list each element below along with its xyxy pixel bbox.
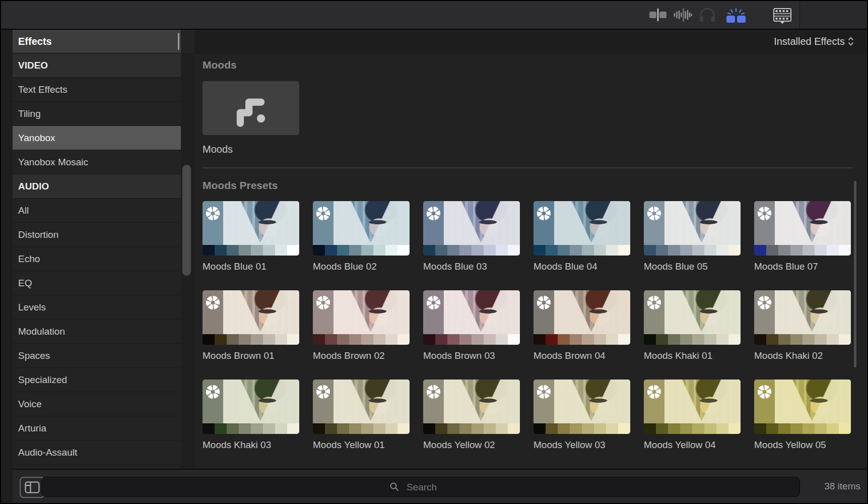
preset-tile-moods-yellow-03[interactable] (533, 380, 630, 434)
palette-swatch (803, 334, 815, 345)
aperture-icon (425, 383, 442, 401)
preset-tile-moods-khaki-02[interactable] (754, 290, 851, 345)
sidebar-item-specialized[interactable]: Specialized (13, 368, 181, 392)
moods-effect-tile[interactable] (203, 81, 299, 135)
palette-swatch (668, 245, 680, 256)
aperture-icon (204, 205, 222, 222)
palette-swatch (582, 334, 594, 345)
sidebar-item-modulation[interactable]: Modulation (13, 320, 181, 344)
preset-tile-moods-khaki-03[interactable] (203, 380, 299, 434)
palette-swatch (692, 334, 704, 345)
palette-swatch (459, 423, 472, 434)
sidebar-scrollbar-thumb[interactable] (182, 165, 191, 276)
preset-tile-moods-yellow-05[interactable] (754, 380, 851, 434)
aperture-icon (314, 205, 332, 222)
palette-swatch (754, 334, 766, 345)
palette-swatch (275, 245, 287, 256)
preset-tile-moods-brown-02[interactable] (313, 290, 410, 345)
preset-tile-moods-yellow-04[interactable] (644, 380, 741, 434)
palette-swatch (570, 245, 582, 256)
sidebar-item-label: Yanobox Mosaic (18, 157, 88, 168)
sidebar-item-voice[interactable]: Voice (13, 392, 181, 416)
palette-swatch (361, 245, 373, 256)
preset-tile-moods-blue-02[interactable] (313, 201, 410, 256)
sidebar-header: Effects (13, 30, 181, 53)
sidebar-item-video[interactable]: VIDEO (13, 53, 181, 78)
sidebar-item-spaces[interactable]: Spaces (13, 344, 181, 368)
sidebar-item-eq[interactable]: EQ (13, 271, 181, 295)
preset-label: Moods Brown 01 (203, 350, 308, 361)
search-field[interactable] (41, 477, 800, 497)
content-scrollbar-thumb[interactable] (854, 181, 856, 367)
preset-tile-moods-blue-05[interactable] (644, 201, 741, 256)
palette-swatch (656, 245, 668, 256)
sidebar-item-echo[interactable]: Echo (13, 247, 181, 271)
palette-swatch (778, 423, 790, 434)
preset-palette-strip (423, 245, 520, 256)
preset-photo-thumbnail (333, 290, 410, 334)
palette-swatch (275, 423, 287, 434)
palette-swatch (606, 245, 618, 256)
clip-skimmer-icon[interactable] (648, 8, 669, 22)
preset-label: Moods Yellow 04 (644, 439, 750, 451)
sidebar-item-tiling[interactable]: Tiling (13, 102, 181, 126)
sidebar-item-arturia[interactable]: Arturia (13, 416, 181, 440)
preset-tile-moods-blue-04[interactable] (533, 201, 630, 256)
preset-tile-moods-brown-03[interactable] (423, 290, 520, 345)
palette-swatch (337, 334, 349, 345)
aperture-icon (535, 294, 553, 311)
preset-palette-strip (644, 245, 741, 256)
search-input[interactable] (42, 477, 802, 497)
palette-swatch (287, 245, 299, 256)
headphones-icon[interactable] (699, 8, 716, 23)
pane-splitter-handle[interactable] (178, 33, 179, 50)
palette-swatch (203, 423, 215, 434)
audio-levels-icon[interactable] (673, 8, 692, 22)
palette-swatch (790, 334, 803, 345)
aperture-icon (645, 205, 663, 222)
preset-tile-moods-yellow-02[interactable] (423, 380, 520, 434)
preset-tile-moods-khaki-01[interactable] (644, 290, 741, 345)
sidebar-item-yanobox[interactable]: Yanobox (13, 126, 181, 150)
palette-swatch (754, 245, 766, 256)
preset-tile-moods-blue-03[interactable] (423, 201, 520, 256)
preset-color-bar (423, 201, 444, 245)
palette-swatch (803, 245, 815, 256)
preset-label: Moods Yellow 01 (313, 439, 419, 451)
preset-photo-thumbnail (554, 380, 630, 423)
preset-tile-moods-blue-07[interactable] (754, 201, 851, 256)
sidebar-item-label: VIDEO (18, 60, 48, 71)
sidebar-item-levels[interactable]: Levels (13, 295, 181, 320)
palette-swatch (447, 245, 459, 256)
sidebar-item-distortion[interactable]: Distortion (13, 223, 181, 247)
palette-swatch (766, 334, 778, 345)
palette-swatch (496, 334, 508, 345)
palette-swatch (533, 423, 546, 434)
preset-photo-thumbnail (775, 290, 851, 334)
content-header: Installed Effects (195, 30, 866, 53)
sidebar-item-audio[interactable]: AUDIO (13, 174, 181, 199)
preset-color-bar (533, 380, 554, 423)
preset-tile-moods-blue-01[interactable] (203, 201, 299, 256)
preset-label: Moods Brown 03 (423, 350, 529, 361)
preset-color-bar (423, 290, 444, 334)
installed-effects-dropdown[interactable]: Installed Effects (774, 36, 845, 47)
palette-swatch (594, 423, 606, 434)
chevron-up-down-icon[interactable] (847, 35, 855, 47)
palette-swatch (251, 245, 263, 256)
sidebar-item-label: Levels (18, 302, 46, 313)
sidebar-item-all[interactable]: All (13, 199, 181, 223)
sidebar-item-audio-assault[interactable]: Audio-Assault (13, 440, 181, 465)
sidebar-item-text-effects[interactable]: Text Effects (13, 78, 181, 102)
sidebar-item-yanobox-mosaic[interactable]: Yanobox Mosaic (13, 150, 181, 174)
sidebar-item-label: Yanobox (18, 133, 55, 144)
palette-swatch (766, 423, 778, 434)
effects-browser-icon[interactable] (725, 8, 747, 24)
preset-tile-moods-brown-01[interactable] (203, 290, 299, 345)
preset-palette-strip (533, 334, 630, 345)
media-filmstrip-icon[interactable] (773, 8, 792, 24)
palette-swatch (397, 334, 410, 345)
preset-tile-moods-yellow-01[interactable] (313, 380, 410, 434)
palette-swatch (533, 245, 546, 256)
preset-tile-moods-brown-04[interactable] (533, 290, 630, 345)
